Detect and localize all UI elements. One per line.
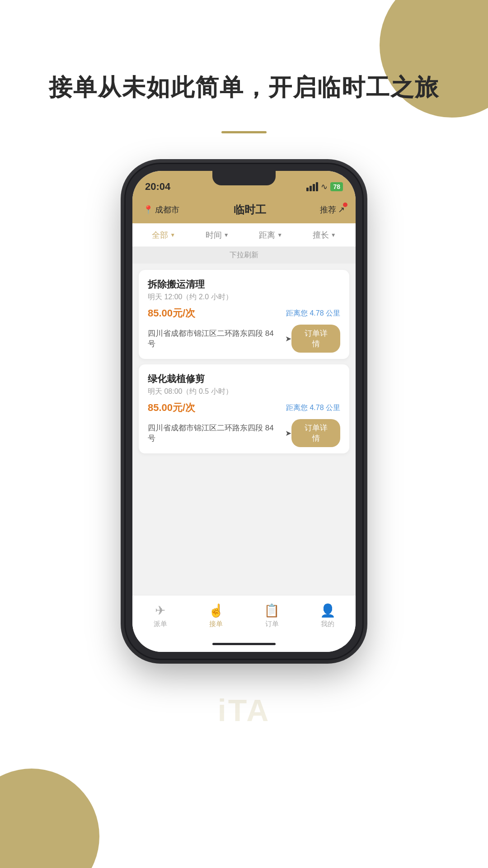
header-location[interactable]: 📍 成都市 — [143, 204, 179, 215]
signal-bars-icon — [306, 182, 318, 191]
pull-refresh-text: 下拉刷新 — [132, 247, 356, 264]
job-card-2: 绿化栽植修剪 明天 08:00（约 0.5 小时） 85.00元/次 距离您 4… — [139, 364, 349, 453]
filter-all-chevron-icon: ▼ — [170, 232, 175, 238]
filter-skill-label: 擅长 — [313, 230, 329, 241]
ita-watermark: iTA — [218, 693, 271, 728]
app-header: 📍 成都市 临时工 推荐 ↗ — [132, 198, 356, 223]
job-list: 拆除搬运清理 明天 12:00（约 2.0 小时） 85.00元/次 距离您 4… — [132, 264, 356, 595]
navigation-icon-1: ➤ — [285, 334, 291, 344]
job-address-2: 四川省成都市锦江区二环路东四段 84 号 ➤ — [148, 423, 291, 443]
signal-bar-1 — [306, 188, 309, 191]
job-card-1: 拆除搬运清理 明天 12:00（约 2.0 小时） 85.00元/次 距离您 4… — [139, 270, 349, 359]
signal-bar-4 — [316, 182, 318, 191]
job-address-row-1: 四川省成都市锦江区二环路东四段 84 号 ➤ 订单详情 — [148, 325, 340, 353]
job-time-1: 明天 12:00（约 2.0 小时） — [148, 292, 340, 302]
recommend-button[interactable]: 推荐 ↗ — [320, 204, 345, 215]
nav-accept-label: 接单 — [209, 620, 223, 628]
battery-badge: 78 — [330, 182, 343, 191]
location-pin-icon: 📍 — [143, 205, 153, 215]
job-price-row-1: 85.00元/次 距离您 4.78 公里 — [148, 307, 340, 320]
nav-orders-label: 订单 — [265, 620, 279, 628]
empty-content-area — [139, 459, 349, 595]
deco-circle-bottom-left — [0, 769, 99, 868]
filter-time-label: 时间 — [206, 230, 222, 241]
phone-notch — [212, 171, 276, 185]
filter-tab-time[interactable]: 时间 ▼ — [191, 230, 244, 241]
filter-time-chevron-icon: ▼ — [224, 232, 229, 238]
filter-tab-all[interactable]: 全部 ▼ — [137, 230, 191, 241]
phone-screen: 20:04 ∿ 78 📍 成都市 临时 — [132, 171, 356, 652]
headline-divider — [221, 131, 267, 133]
headline-divider-wrapper — [0, 131, 488, 133]
phone-mockup: 20:04 ∿ 78 📍 成都市 临时 — [124, 163, 364, 660]
filter-all-label: 全部 — [152, 230, 168, 241]
job-distance-2: 距离您 4.78 公里 — [286, 403, 340, 413]
nav-profile-icon: 👤 — [320, 603, 336, 618]
navigation-icon-2: ➤ — [285, 429, 291, 438]
nav-dispatch-icon: ✈ — [155, 603, 165, 618]
filter-distance-chevron-icon: ▼ — [277, 232, 282, 238]
page-headline: 接单从未如此简单，开启临时工之旅 — [0, 72, 488, 103]
job-price-1: 85.00元/次 — [148, 307, 195, 320]
filter-tabs: 全部 ▼ 时间 ▼ 距离 ▼ 擅长 ▼ — [132, 223, 356, 247]
filter-tab-skill[interactable]: 擅长 ▼ — [298, 230, 352, 241]
nav-accept-icon: ☝ — [208, 603, 224, 618]
job-price-row-2: 85.00元/次 距离您 4.78 公里 — [148, 401, 340, 415]
recommend-notification-dot — [343, 203, 347, 207]
job-time-2: 明天 08:00（约 0.5 小时） — [148, 387, 340, 396]
phone-shell: 20:04 ∿ 78 📍 成都市 临时 — [124, 163, 364, 660]
filter-distance-label: 距离 — [259, 230, 275, 241]
bottom-nav: ✈ 派单 ☝ 接单 📋 订单 👤 我的 — [132, 595, 356, 636]
nav-orders-icon: 📋 — [264, 603, 280, 618]
address-text-2: 四川省成都市锦江区二环路东四段 84 号 — [148, 423, 283, 443]
job-title-2: 绿化栽植修剪 — [148, 373, 340, 385]
wifi-icon: ∿ — [321, 182, 328, 192]
address-text-1: 四川省成都市锦江区二环路东四段 84 号 — [148, 328, 283, 349]
signal-bar-3 — [313, 184, 315, 191]
job-title-1: 拆除搬运清理 — [148, 278, 340, 291]
nav-dispatch-label: 派单 — [154, 620, 167, 628]
home-bar — [212, 643, 276, 645]
detail-button-1[interactable]: 订单详情 — [291, 325, 340, 353]
detail-button-2[interactable]: 订单详情 — [291, 419, 340, 447]
nav-item-accept[interactable]: ☝ 接单 — [188, 603, 244, 628]
job-price-2: 85.00元/次 — [148, 401, 195, 415]
nav-item-orders[interactable]: 📋 订单 — [244, 603, 300, 628]
filter-skill-chevron-icon: ▼ — [331, 232, 336, 238]
job-address-1: 四川省成都市锦江区二环路东四段 84 号 ➤ — [148, 328, 291, 349]
location-text: 成都市 — [155, 204, 179, 215]
status-icons: ∿ 78 — [306, 182, 343, 192]
job-address-row-2: 四川省成都市锦江区二环路东四段 84 号 ➤ 订单详情 — [148, 419, 340, 447]
app-title: 临时工 — [234, 203, 266, 217]
signal-bar-2 — [310, 186, 312, 191]
job-distance-1: 距离您 4.78 公里 — [286, 309, 340, 318]
home-indicator — [132, 636, 356, 652]
recommend-label: 推荐 — [320, 204, 336, 215]
status-time: 20:04 — [145, 181, 170, 193]
nav-profile-label: 我的 — [321, 620, 334, 628]
nav-item-dispatch[interactable]: ✈ 派单 — [132, 603, 188, 628]
nav-item-profile[interactable]: 👤 我的 — [300, 603, 356, 628]
filter-tab-distance[interactable]: 距离 ▼ — [244, 230, 298, 241]
